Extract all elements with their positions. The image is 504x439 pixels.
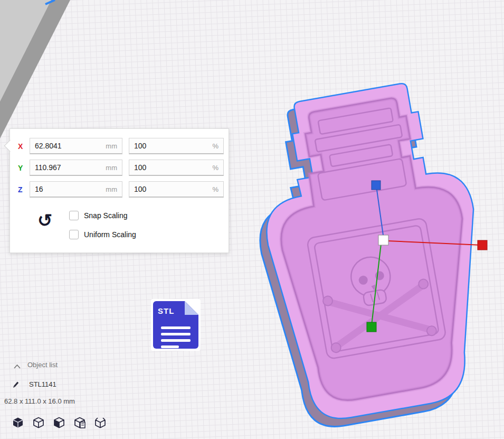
uniform-scaling-checkbox[interactable] xyxy=(69,230,79,239)
cube-file-icon[interactable] xyxy=(73,416,86,429)
x-size-field: mm xyxy=(30,138,122,154)
axis-label-y: Y xyxy=(18,164,28,172)
cube-outline-icon[interactable] xyxy=(32,416,45,429)
scale-row-x: X mm % xyxy=(18,138,224,154)
stl-text-line xyxy=(161,339,191,342)
z-size-input[interactable] xyxy=(35,185,102,193)
scale-handle-x[interactable] xyxy=(478,240,487,250)
viewport: X mm % Y mm % Z mm xyxy=(0,0,504,439)
model-dimensions-text: 62.8 x 111.0 x 16.0 mm xyxy=(4,397,75,405)
stl-text-line xyxy=(161,345,179,348)
scale-handle-z[interactable] xyxy=(372,181,381,190)
z-percent-unit: % xyxy=(212,185,218,193)
scale-row-z: Z mm % xyxy=(18,181,224,198)
reset-scale-button[interactable]: ↺ xyxy=(37,211,53,229)
y-percent-field: % xyxy=(129,160,224,176)
x-size-unit: mm xyxy=(106,142,117,150)
view-toolbar xyxy=(12,416,107,429)
snap-scaling-label: Snap Scaling xyxy=(84,211,128,220)
y-size-unit: mm xyxy=(106,164,117,172)
y-percent-input[interactable] xyxy=(134,163,209,172)
object-list-header[interactable]: Object list xyxy=(27,361,58,369)
z-size-unit: mm xyxy=(106,185,117,193)
y-percent-unit: % xyxy=(212,164,218,172)
x-percent-unit: % xyxy=(212,142,218,150)
x-size-input[interactable] xyxy=(35,142,102,150)
cube-open-icon[interactable] xyxy=(94,416,107,429)
pencil-icon xyxy=(12,379,21,388)
axis-label-x: X xyxy=(18,142,28,151)
x-percent-input[interactable] xyxy=(134,142,209,150)
scale-row-y: Y mm % xyxy=(18,160,224,176)
stl-fold-flap xyxy=(185,301,198,315)
model-poison-bottle-mold[interactable] xyxy=(236,75,504,435)
axis-label-z: Z xyxy=(18,185,28,194)
object-list-item[interactable]: STL1141 xyxy=(29,380,56,388)
y-size-input[interactable] xyxy=(35,163,102,172)
y-size-field: mm xyxy=(30,160,122,176)
cube-stack-icon[interactable] xyxy=(53,416,65,429)
stl-document-shape: STL xyxy=(153,301,198,349)
uniform-scaling-row: Uniform Scaling xyxy=(69,230,136,239)
cube-solid-icon[interactable] xyxy=(12,416,24,429)
scale-handle-y[interactable] xyxy=(367,322,376,332)
snap-scaling-row: Snap Scaling xyxy=(69,211,128,220)
z-percent-field: % xyxy=(129,181,224,198)
stl-file-label: STL xyxy=(158,306,174,315)
uniform-scaling-label: Uniform Scaling xyxy=(84,230,136,239)
scale-handle-center[interactable] xyxy=(378,235,388,245)
stl-text-line xyxy=(161,326,191,329)
stl-file-icon: STL xyxy=(151,299,201,351)
stl-text-line xyxy=(161,333,191,335)
snap-scaling-checkbox[interactable] xyxy=(69,211,79,220)
scale-tool-panel: X mm % Y mm % Z mm xyxy=(9,128,229,253)
x-percent-field: % xyxy=(129,138,224,154)
chevron-up-icon[interactable] xyxy=(13,363,21,369)
z-size-field: mm xyxy=(30,181,122,198)
z-percent-input[interactable] xyxy=(134,185,209,193)
